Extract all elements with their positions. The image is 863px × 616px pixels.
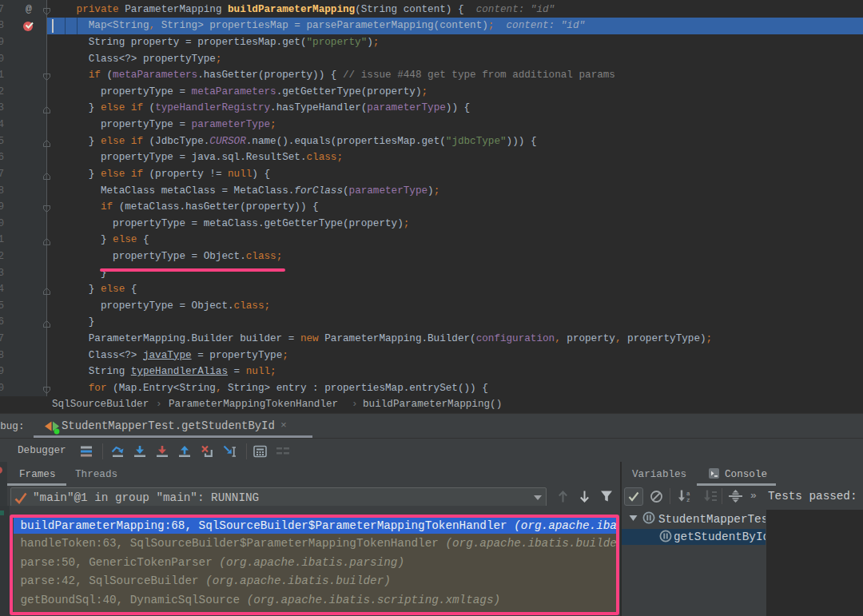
svg-text:z: z <box>686 497 690 503</box>
svg-text:a: a <box>686 491 690 497</box>
